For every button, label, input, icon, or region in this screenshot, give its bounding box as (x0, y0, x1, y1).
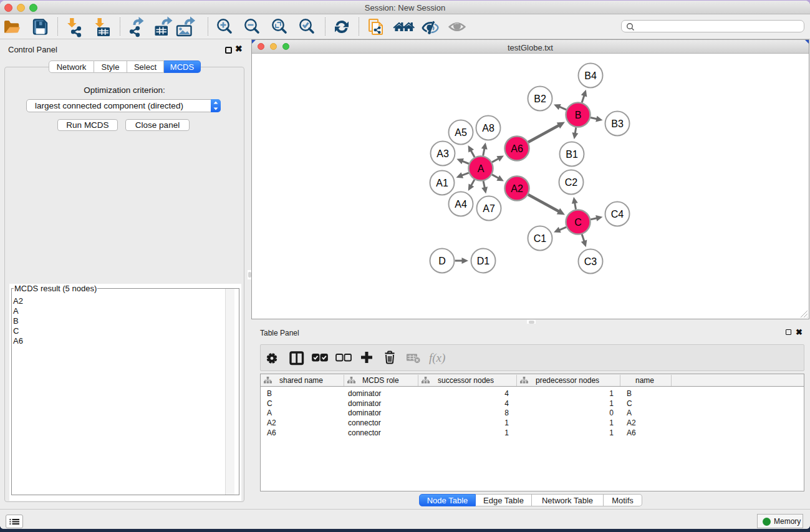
svg-text:D1: D1 (477, 256, 490, 266)
svg-text:C1: C1 (534, 233, 547, 244)
svg-text:C2: C2 (565, 177, 578, 188)
svg-text:C: C (574, 217, 582, 228)
svg-text:A4: A4 (455, 199, 467, 210)
svg-text:B3: B3 (611, 118, 624, 129)
svg-text:C4: C4 (611, 209, 624, 220)
svg-text:B: B (575, 110, 582, 120)
svg-text:B1: B1 (566, 149, 578, 160)
svg-text:A2: A2 (511, 183, 523, 194)
svg-text:A8: A8 (482, 123, 494, 133)
svg-text:A6: A6 (511, 143, 523, 154)
svg-text:C3: C3 (584, 256, 597, 267)
svg-text:A1: A1 (436, 178, 448, 188)
svg-text:B4: B4 (584, 70, 597, 81)
svg-text:A3: A3 (436, 148, 449, 159)
svg-text:A7: A7 (483, 203, 495, 214)
svg-text:B2: B2 (534, 94, 546, 104)
svg-text:A5: A5 (455, 127, 467, 138)
svg-text:D: D (438, 256, 446, 266)
svg-text:A: A (478, 163, 485, 174)
svg-text:f(x): f(x) (429, 351, 445, 365)
